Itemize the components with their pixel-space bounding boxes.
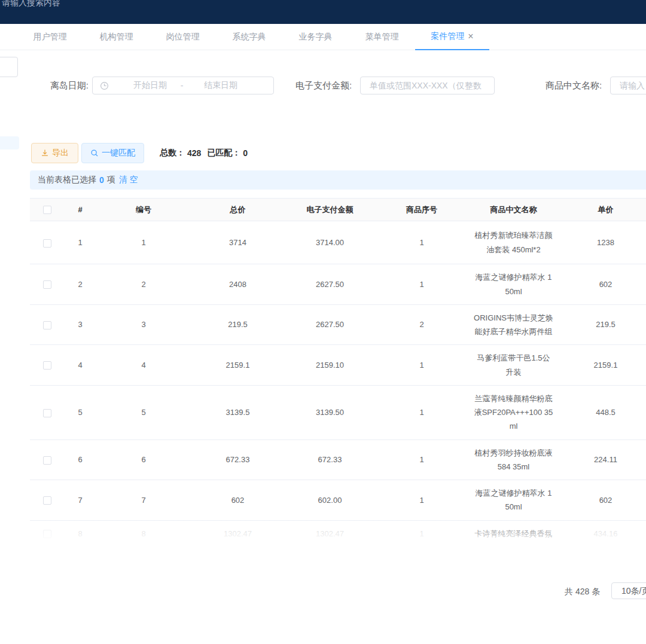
cell-epay: 3139.50 — [284, 385, 376, 439]
export-button-label: 导出 — [52, 148, 69, 158]
clipped-left-blue-box — [0, 136, 19, 149]
clock-icon — [100, 81, 109, 90]
row-checkbox[interactable] — [43, 321, 51, 329]
top-header-bar: 请输入搜索内容 — [0, 0, 646, 24]
row-checkbox[interactable] — [43, 280, 51, 289]
cell-item_no: 1 — [376, 520, 468, 545]
cell-total: 219.5 — [191, 304, 284, 345]
cell-unit: 602 — [559, 480, 646, 521]
cell-unit: 224.11 — [559, 439, 646, 480]
tab-label: 岗位管理 — [166, 32, 200, 42]
cell-seq: 2 — [65, 264, 96, 305]
select-all-checkbox[interactable] — [43, 206, 51, 214]
cell-unit: 434.16 — [559, 520, 646, 545]
tab-5[interactable]: 业务字典 — [282, 24, 349, 50]
cell-total: 602 — [191, 480, 284, 521]
global-search-input[interactable]: 请输入搜索内容 — [2, 0, 60, 8]
one-key-match-button[interactable]: 一键匹配 — [81, 143, 144, 163]
end-date-input[interactable]: 结束日期 — [185, 80, 257, 91]
tab-label: 案件管理 — [431, 31, 464, 42]
cell-total: 3714 — [191, 221, 284, 264]
table-row: 553139.53139.501兰蔻菁纯臻颜精华粉底液SPF20PA+++100… — [30, 385, 646, 439]
tab-6[interactable]: 菜单管理 — [349, 24, 415, 50]
tab-label: 菜单管理 — [365, 32, 399, 42]
column-header: 总价 — [191, 199, 284, 221]
amount-placeholder: 单值或范围XXX-XXX（仅整数 — [361, 77, 494, 94]
match-button-label: 一键匹配 — [102, 148, 135, 158]
row-checkbox[interactable] — [43, 496, 51, 505]
clipped-left-box — [0, 57, 18, 77]
selection-prefix: 当前表格已选择 — [38, 175, 96, 185]
export-button[interactable]: 导出 — [31, 143, 78, 163]
matched-value: 0 — [243, 148, 248, 158]
row-checkbox[interactable] — [43, 456, 51, 465]
table-row: 66672.33672.331植村秀羽纱持妆粉底液 584 35ml224.11 — [30, 439, 646, 480]
cell-unit: 1238 — [559, 221, 646, 264]
table-header-row: #编号总价电子支付金额商品序号商品中文名称单价 — [30, 199, 646, 221]
tab-label: 机构管理 — [100, 32, 133, 42]
cell-name: 马爹利蓝带干邑1.5公升装 — [468, 345, 559, 386]
cell-name: 兰蔻菁纯臻颜精华粉底液SPF20PA+++100 35ml — [468, 385, 559, 439]
date-filter-label: 离岛日期: — [0, 77, 89, 94]
cell-seq: 5 — [65, 385, 96, 439]
cell-code: 1 — [96, 221, 191, 264]
cell-item_no: 1 — [376, 345, 468, 386]
page-size-select[interactable]: 10条/页 — [611, 582, 646, 599]
row-checkbox[interactable] — [43, 361, 51, 370]
cell-code: 8 — [96, 520, 191, 545]
pagination: 共 428 条 10条/页 — [0, 582, 646, 600]
cell-item_no: 2 — [376, 304, 468, 345]
cell-name: 海蓝之谜修护精萃水 150ml — [468, 480, 559, 521]
tab-close-icon[interactable]: × — [468, 32, 473, 41]
header-checkbox-cell — [30, 199, 65, 221]
pagination-total: 共 428 条 — [565, 582, 600, 600]
search-icon — [90, 149, 99, 157]
row-checkbox[interactable] — [43, 239, 51, 248]
cell-seq: 3 — [65, 304, 96, 345]
tabs-container: 用户管理机构管理岗位管理系统字典业务字典菜单管理案件管理× — [17, 24, 646, 50]
table-row: 77602602.001海蓝之谜修护精萃水 150ml602 — [30, 480, 646, 521]
table-row: 881302.471302.471卡诗菁纯亮泽经典香氛434.16 — [30, 520, 646, 545]
cell-unit: 2159.1 — [559, 345, 646, 386]
row-checkbox[interactable] — [43, 530, 51, 538]
cell-total: 672.33 — [191, 439, 284, 480]
cell-code: 4 — [96, 345, 191, 386]
summary-stats: 总数： 428 已匹配： 0 — [160, 143, 248, 163]
data-table-wrap: #编号总价电子支付金额商品序号商品中文名称单价 1137143714.001植村… — [30, 198, 646, 545]
page: 请输入搜索内容 用户管理机构管理岗位管理系统字典业务字典菜单管理案件管理× 离岛… — [0, 0, 646, 644]
product-name-filter-label: 商品中文名称: — [546, 77, 602, 94]
cell-name: 卡诗菁纯亮泽经典香氛 — [468, 520, 559, 545]
tab-4[interactable]: 系统字典 — [216, 24, 282, 50]
amount-filter-label: 电子支付金额: — [295, 77, 352, 94]
tab-label: 业务字典 — [299, 32, 333, 42]
row-checkbox-cell — [30, 385, 65, 439]
data-table: #编号总价电子支付金额商品序号商品中文名称单价 1137143714.001植村… — [30, 198, 646, 545]
cell-total: 3139.5 — [191, 385, 284, 439]
row-checkbox[interactable] — [43, 409, 51, 417]
cell-epay: 2627.50 — [284, 304, 376, 345]
column-header: 单价 — [559, 199, 646, 221]
selection-count: 0 — [99, 175, 104, 185]
row-checkbox-cell — [30, 520, 65, 545]
cell-item_no: 1 — [376, 480, 468, 521]
product-name-input[interactable]: 请输入 — [610, 77, 646, 94]
tab-3[interactable]: 岗位管理 — [150, 24, 216, 50]
date-range-picker[interactable]: 开始日期 - 结束日期 — [92, 77, 274, 94]
product-name-placeholder: 请输入 — [611, 77, 646, 94]
cell-name: 植村秀羽纱持妆粉底液 584 35ml — [468, 439, 559, 480]
table-row: 33219.52627.502ORIGINS韦博士灵芝焕能好底子精华水两件组21… — [30, 304, 646, 345]
clear-selection-link[interactable]: 清空 — [119, 175, 141, 185]
tab-2[interactable]: 机构管理 — [83, 24, 150, 50]
tab-1[interactable]: 用户管理 — [17, 24, 83, 50]
column-header: 商品序号 — [376, 199, 468, 221]
tab-label: 用户管理 — [33, 32, 67, 42]
amount-input[interactable]: 单值或范围XXX-XXX（仅整数 — [360, 77, 495, 94]
cell-total: 2159.1 — [191, 345, 284, 386]
row-checkbox-cell — [30, 304, 65, 345]
total-value: 428 — [187, 148, 201, 158]
tab-7[interactable]: 案件管理× — [415, 24, 489, 50]
content-area: 离岛日期: 开始日期 - 结束日期 电子支付金额: 单值或范围XXX-XXX（仅… — [0, 51, 646, 644]
cell-name: 海蓝之谜修护精萃水 150ml — [468, 264, 559, 305]
cell-epay: 2627.50 — [284, 264, 376, 305]
table-row: 1137143714.001植村秀新琥珀臻萃洁颜油套装 450ml*21238 — [30, 221, 646, 264]
